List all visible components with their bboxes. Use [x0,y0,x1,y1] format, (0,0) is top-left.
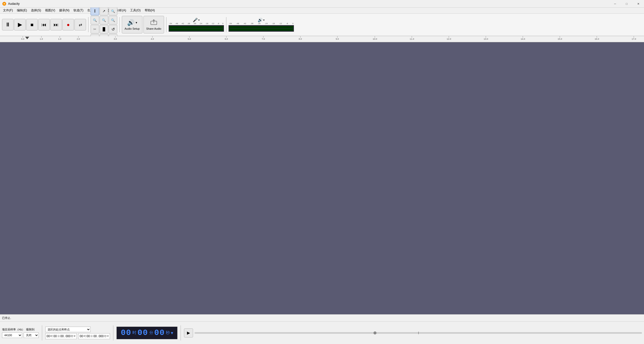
time-end-s: 00 [93,334,97,338]
select-tool-button[interactable]: I [91,7,99,15]
record-meter-display [169,25,224,32]
record-meter-section: 🎤 ▾ -54 -48 -42 -36 -30 -24 -18 -12 -6 [169,16,224,33]
ruler-tick: 12.0 [447,36,451,40]
time-end-m: 00 [87,334,90,338]
zoom-out-button[interactable]: 🔍 [91,16,99,24]
speed-track[interactable] [195,332,642,334]
large-time-m-unit: 分 [149,330,153,335]
app-icon [2,2,7,6]
menu-view[interactable]: 视图(V) [43,8,57,14]
ruler-tick: 17.0 [632,36,636,40]
toolbar: ⏸ ▶ ■ ⏮ ⏭ ● ⇄ I ↗ 🔍 🔍 🔍 [0,14,644,36]
share-audio-label: Share Audio [146,27,161,30]
playback-meter-icon[interactable]: 🔊 [258,18,263,22]
menu-edit[interactable]: 编辑(E) [15,8,29,14]
app-title: Audacity [8,2,20,6]
large-time-s-unit: 秒 [166,330,170,335]
sample-rate-label: 项目采样率（Hz） [2,328,25,331]
time-range-row: 00 时 00 分 00 . 000 秒 ▾ 00 时 00 分 00 . 00… [45,333,110,339]
ruler-tick: 0.0 [21,36,24,40]
envelope-tool-button[interactable]: ↗ [100,7,108,15]
ruler-tick: 14.0 [521,36,525,40]
separator-bottom-2 [113,325,113,340]
record-button[interactable]: ● [62,19,74,30]
undo-button[interactable]: ↺ [109,25,117,33]
time-start-m-unit: 分 [57,334,60,338]
loop-button[interactable]: ⇄ [74,19,86,30]
ruler-tick: 7.0 [262,36,265,40]
silence-button[interactable]: █ [100,25,108,33]
ruler[interactable]: 0.01.01.02.03.04.05.06.07.08.09.010.011.… [0,36,644,42]
audio-setup-label: Audio Setup [125,27,140,30]
playhead-marker[interactable] [25,37,29,39]
time-end-h-unit: 时 [84,334,86,338]
time-start-stepper[interactable]: ▾ [74,334,75,338]
sample-rate-select[interactable]: 44100 [2,332,22,338]
snap-select[interactable]: 关闭 [24,332,39,338]
menu-tools[interactable]: 工具(O) [128,8,142,14]
selection-panel: 选区的起点和终点 00 时 00 分 00 . 000 秒 ▾ 00 时 00 … [45,327,110,339]
time-start-ms: . [64,334,65,338]
close-button[interactable]: ✕ [632,0,644,8]
transport-controls: ⏸ ▶ ■ ⏮ ⏭ ● ⇄ [2,19,86,30]
playback-meter-section: 🔊 ▾ -54 -48 -42 -36 -30 -24 -18 -12 -6 0 [229,16,294,33]
separator-3 [166,17,167,32]
trim-button[interactable]: ✂ [91,25,99,33]
ruler-tick: 3.0 [114,36,117,40]
menu-help[interactable]: 帮助(H) [143,8,157,14]
share-audio-icon [150,19,157,26]
skip-start-button[interactable]: ⏮ [38,19,50,30]
menu-track[interactable]: 轨道(T) [71,8,85,14]
menu-capture[interactable]: 摄录(N) [57,8,71,14]
time-end-s-unit: 秒 [104,334,107,338]
zoom-sel-button[interactable]: 🔍 [100,16,108,24]
minimize-button[interactable]: ─ [609,0,621,8]
time-end-box: 00 时 00 分 00 . 000 秒 ▾ [78,333,110,339]
large-time-m: 00 [137,328,148,337]
record-meter-dropdown[interactable]: ▾ [198,19,200,21]
time-start-s-unit: 秒 [71,334,73,338]
zoom-in-button[interactable]: 🔍 [109,7,117,15]
large-time-h: 00 [121,328,131,337]
play-at-speed-button[interactable]: ▶ [184,328,193,337]
stop-button[interactable]: ■ [26,19,38,30]
pause-button[interactable]: ⏸ [2,19,14,30]
audio-setup-button[interactable]: 🔊 ▾ Audio Setup [122,16,142,33]
time-start-m: 00 [53,334,57,338]
sample-rate-row: 项目采样率（Hz） 吸附到 [2,328,39,331]
playback-meter-dropdown[interactable]: ▾ [263,19,264,21]
time-start-h: 00 [47,334,50,338]
ruler-tick: 16.0 [595,36,599,40]
large-time-s: 00 [154,328,165,337]
time-start-s: 00 [60,334,64,338]
menu-file[interactable]: 文件(F) [1,8,15,14]
share-audio-button[interactable]: Share Audio [143,16,164,33]
time-end-h: 00 [80,334,83,338]
separator-2 [119,17,120,32]
separator-bottom-1 [42,325,42,340]
large-time-display: 00 时 00 分 00 秒 ▾ [117,327,177,339]
separator-1 [88,17,89,32]
record-meter-icon[interactable]: 🎤 [193,18,198,22]
time-end-m-unit: 分 [90,334,93,338]
status-text: 已停止. [2,316,11,320]
skip-end-button[interactable]: ⏭ [50,19,62,30]
record-meter: -54 -48 -42 -36 -30 -24 -18 -12 -6 0 [169,22,224,32]
menu-select[interactable]: 选择(S) [29,8,43,14]
large-time-stepper[interactable]: ▾ [171,330,173,336]
time-end-stepper[interactable]: ▾ [107,334,109,338]
ruler-tick: 10.0 [373,36,377,40]
maximize-button[interactable]: □ [621,0,632,8]
speed-thumb[interactable] [373,331,376,334]
ruler-tick: 13.0 [484,36,488,40]
title-bar: Audacity ─ □ ✕ [0,0,644,8]
sample-rate-controls: 44100 关闭 [2,332,39,338]
selection-mode-select[interactable]: 选区的起点和终点 [45,327,91,332]
speed-slider[interactable] [195,332,642,334]
play-button[interactable]: ▶ [14,19,26,30]
playback-meter-display [229,25,294,32]
zoom-fit-button[interactable]: 🔍 [109,16,117,24]
ruler-tick: 5.0 [188,36,191,40]
track-area[interactable] [0,42,644,314]
bottom-left-panel: 项目采样率（Hz） 吸附到 44100 关闭 [2,328,39,338]
